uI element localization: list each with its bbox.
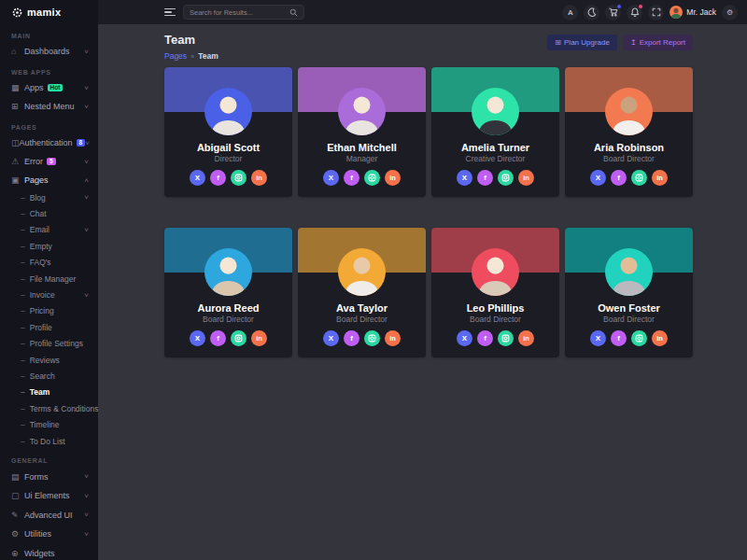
sidebar-item-utilities[interactable]: ⚙ Utilities ˅ [0, 525, 98, 544]
member-avatar [472, 248, 519, 296]
social-links: X f in [565, 330, 693, 346]
page-title: Team [164, 33, 218, 47]
settings-gear-icon[interactable]: ⚙ [722, 5, 738, 21]
facebook-icon[interactable]: f [210, 330, 226, 346]
facebook-icon[interactable]: f [344, 170, 359, 186]
linkedin-icon[interactable]: in [385, 330, 401, 346]
linkedin-icon[interactable]: in [652, 170, 668, 186]
sidebar-subitem-blog[interactable]: – Blog ˅ [0, 189, 98, 205]
linkedin-icon[interactable]: in [251, 330, 267, 346]
social-links: X f in [565, 170, 693, 186]
sidebar-subitem-faqs[interactable]: – FAQ's [0, 255, 98, 271]
pages-icon: ▣ [11, 175, 24, 185]
sidebar-subitem-search[interactable]: – Search [0, 368, 98, 384]
sidebar-item-apps[interactable]: ▦ Apps Hot ˅ [0, 78, 98, 97]
menu-toggle-icon[interactable] [164, 8, 176, 17]
facebook-icon[interactable]: f [344, 330, 359, 346]
sidebar-item-advanced-ui[interactable]: ✎ Advanced UI ˅ [0, 505, 98, 525]
search-icon[interactable] [289, 8, 298, 17]
sidebar-item-ui-elements[interactable]: ▢ Ui Elements ˅ [0, 486, 98, 506]
instagram-icon[interactable] [631, 330, 647, 346]
cart-icon[interactable] [605, 5, 621, 21]
member-role: Board Director [431, 315, 559, 324]
sidebar-subitem-team[interactable]: – Team [0, 385, 98, 400]
x-icon[interactable]: X [457, 170, 472, 186]
instagram-icon[interactable] [231, 330, 247, 346]
search-input[interactable] [190, 8, 289, 17]
page-header: Team Pages » Team ⊞ Plan Upgrade ↥ Expor… [164, 24, 693, 61]
section-heading-general: GENERAL [11, 457, 87, 464]
linkedin-icon[interactable]: in [652, 330, 668, 346]
sidebar-subitem-reviews[interactable]: – Reviews [0, 352, 98, 368]
brand-logo[interactable]: mamix [0, 0, 98, 24]
dark-mode-icon[interactable] [584, 5, 599, 21]
x-icon[interactable]: X [323, 170, 339, 186]
sidebar-item-pages[interactable]: ▣ Pages ˄ [0, 171, 98, 189]
sidebar-subitem-timeline[interactable]: – Timeline [0, 416, 98, 432]
facebook-icon[interactable]: f [210, 170, 226, 186]
member-name: Owen Foster [565, 302, 693, 314]
facebook-icon[interactable]: f [611, 170, 627, 186]
sidebar-item-authentication[interactable]: ◫ Authentication 8 ˅ [0, 133, 98, 152]
pen-icon: ✎ [11, 511, 24, 520]
person-silhouette [338, 248, 386, 296]
cart-badge [616, 4, 622, 9]
breadcrumb-parent[interactable]: Pages [164, 51, 187, 61]
person-silhouette [605, 88, 653, 135]
x-icon[interactable]: X [190, 170, 205, 186]
sidebar: mamix MAIN ⌂ Dashboards ˅ WEB APPS ▦ App… [0, 0, 98, 560]
x-icon[interactable]: X [323, 330, 339, 346]
member-avatar [605, 248, 653, 296]
instagram-icon[interactable] [631, 170, 647, 186]
grid-icon: ▦ [11, 83, 24, 92]
sidebar-subitem-terms[interactable]: – Terms & Conditions [0, 400, 98, 416]
linkedin-icon[interactable]: in [518, 170, 534, 186]
linkedin-icon[interactable]: in [518, 330, 534, 346]
plan-upgrade-button[interactable]: ⊞ Plan Upgrade [547, 35, 617, 50]
sidebar-subitem-profile-settings[interactable]: – Profile Settings [0, 336, 98, 352]
fullscreen-icon[interactable] [648, 5, 664, 21]
x-icon[interactable]: X [190, 330, 205, 346]
sidebar-subitem-todo[interactable]: – To Do List [0, 433, 98, 449]
facebook-icon[interactable]: f [477, 170, 493, 186]
sidebar-subitem-empty[interactable]: – Empty [0, 238, 98, 254]
count-badge: 8 [77, 139, 86, 147]
facebook-icon[interactable]: f [477, 330, 493, 346]
sidebar-subitem-file-manager[interactable]: – File Manager [0, 271, 98, 287]
instagram-icon[interactable] [364, 330, 380, 346]
member-name: Aria Robinson [565, 142, 693, 153]
sidebar-item-error[interactable]: ⚠ Error 5 ˅ [0, 152, 98, 171]
instagram-icon[interactable] [498, 170, 514, 186]
user-menu[interactable]: Mr. Jack [669, 6, 716, 19]
sidebar-subitem-pricing[interactable]: – Pricing [0, 303, 98, 319]
sidebar-subitem-profile[interactable]: – Profile [0, 319, 98, 335]
facebook-icon[interactable]: f [611, 330, 627, 346]
sidebar-item-dashboards[interactable]: ⌂ Dashboards ˅ [0, 42, 98, 61]
instagram-icon[interactable] [364, 170, 380, 186]
linkedin-icon[interactable]: in [385, 170, 401, 186]
export-report-button[interactable]: ↥ Export Report [623, 35, 693, 50]
sidebar-item-nested-menu[interactable]: ⊞ Nested Menu ˅ [0, 97, 98, 116]
sidebar-subitem-chat[interactable]: – Chat [0, 205, 98, 221]
sidebar-subitem-invoice[interactable]: – Invoice ˅ [0, 287, 98, 302]
form-icon: ▤ [11, 472, 24, 482]
member-role: Director [164, 154, 292, 163]
linkedin-icon[interactable]: in [251, 170, 267, 186]
team-card: Amelia Turner Creative Director X f in [431, 67, 559, 197]
lock-icon: ◫ [11, 138, 20, 147]
x-icon[interactable]: X [590, 330, 606, 346]
instagram-icon[interactable] [498, 330, 514, 346]
sidebar-item-widgets[interactable]: ⊕ Widgets [0, 543, 98, 560]
chevron-down-icon: ˅ [84, 530, 89, 539]
translate-icon[interactable]: A [562, 5, 578, 21]
instagram-icon[interactable] [231, 170, 247, 186]
sidebar-subitem-email[interactable]: – Email ˅ [0, 222, 98, 238]
member-role: Board Director [565, 154, 693, 163]
x-icon[interactable]: X [457, 330, 472, 346]
notifications-bell-icon[interactable] [627, 5, 642, 21]
x-icon[interactable]: X [590, 170, 606, 186]
person-silhouette [338, 88, 386, 135]
sidebar-item-forms[interactable]: ▤ Forms ˅ [0, 467, 98, 486]
social-links: X f in [164, 170, 292, 186]
social-links: X f in [298, 170, 426, 186]
